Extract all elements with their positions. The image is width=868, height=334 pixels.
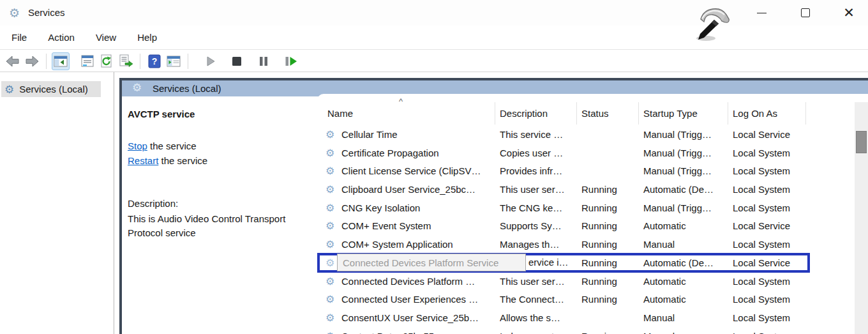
services-panel: ⚙ Services (Local) AVCTP service Stop th…	[119, 78, 868, 334]
table-row[interactable]: ⚙ Certificate Propagation Copies user … …	[317, 144, 855, 163]
column-header-description[interactable]: Description	[500, 102, 548, 125]
column-divider[interactable]	[805, 102, 806, 125]
back-button[interactable]	[4, 52, 22, 70]
service-gear-icon: ⚙	[326, 293, 334, 306]
cell-logon: Local System	[733, 273, 804, 291]
action-pane-icon	[166, 54, 181, 69]
start-service-button[interactable]	[201, 52, 219, 70]
menu-view[interactable]: View	[93, 31, 119, 44]
toolbar-separator	[46, 54, 47, 69]
table-row[interactable]: ⚙ Clipboard User Service_25bc… This user…	[317, 181, 855, 199]
restart-service-button[interactable]	[281, 52, 299, 70]
table-row[interactable]: ⚙ COM+ System Application Manages th… Ru…	[317, 236, 855, 254]
tree-item-label: Services (Local)	[19, 84, 88, 95]
column-header-name[interactable]: Name	[327, 102, 353, 125]
service-gear-icon: ⚙	[326, 128, 334, 141]
minimize-button[interactable]	[747, 0, 776, 26]
cell-startup: Automatic	[643, 217, 726, 236]
cell-logon: Local System	[733, 309, 804, 328]
show-hide-action-pane-button[interactable]	[165, 52, 183, 70]
menu-help[interactable]: Help	[135, 31, 160, 44]
cell-name: Cellular Time	[341, 126, 493, 144]
cell-status	[581, 162, 638, 181]
pause-service-button[interactable]	[255, 52, 273, 70]
service-gear-icon: ⚙	[326, 147, 334, 160]
console-tree-icon	[53, 54, 68, 69]
stop-service-button[interactable]	[228, 52, 246, 70]
table-row[interactable]: ⚙ CNG Key Isolation The CNG ke… Running …	[317, 199, 855, 218]
stop-service-link[interactable]: Stop	[128, 140, 147, 151]
table-row[interactable]: ⚙ Cellular Time This service … Manual (T…	[317, 126, 855, 144]
table-row[interactable]: ⚙ Connected Devices Platform … This user…	[317, 273, 855, 291]
table-row[interactable]: ⚙ Client License Service (ClipSV… Provid…	[317, 162, 855, 181]
service-gear-icon: ⚙	[326, 257, 334, 269]
cell-description: Allows the s…	[500, 309, 580, 328]
column-header-startup[interactable]: Startup Type	[643, 102, 698, 125]
column-divider[interactable]	[728, 102, 728, 125]
services-app-icon: ⚙	[9, 6, 20, 20]
restart-service-rest: the service	[158, 155, 207, 166]
refresh-icon	[99, 54, 114, 69]
cell-startup: Manual	[643, 309, 726, 328]
table-row[interactable]: ⚙ COM+ Event System Supports Sy… Running…	[317, 217, 855, 236]
cell-startup: Manual (Trigg…	[643, 144, 726, 163]
close-icon: ✕	[843, 6, 855, 19]
cell-description: Indexes cont…	[500, 328, 580, 334]
cell-name: Client License Service (ClipSV…	[341, 162, 493, 181]
help-button[interactable]: ?	[146, 52, 163, 70]
cell-name: Contact Data_25bc55	[341, 328, 493, 334]
menu-action[interactable]: Action	[45, 31, 77, 44]
service-gear-icon: ⚙	[326, 165, 334, 178]
cell-logon: Local System	[733, 181, 804, 199]
content-area: ⚙ Services (Local) ⚙ Services (Local) AV…	[0, 72, 868, 334]
cell-status: Running	[581, 273, 638, 291]
table-row[interactable]: ⚙ Connected User Experiences … The Conne…	[317, 291, 855, 309]
cell-status	[581, 126, 638, 144]
scrollbar-thumb[interactable]	[856, 131, 867, 153]
close-button[interactable]: ✕	[834, 0, 864, 26]
properties-button[interactable]	[79, 52, 96, 70]
tree-item-services-local[interactable]: ⚙ Services (Local)	[1, 81, 101, 97]
table-row[interactable]: ⚙ ConsentUX User Service_25b… Allows the…	[317, 309, 855, 328]
table-row[interactable]: ⚙ Contact Data_25bc55 Indexes cont… Runn…	[317, 328, 855, 334]
column-divider[interactable]	[495, 102, 495, 125]
forward-button[interactable]	[23, 52, 41, 70]
maximize-button[interactable]	[791, 0, 820, 26]
cell-logon: Local System	[733, 236, 804, 254]
panel-header-title: Services (Local)	[153, 83, 221, 94]
service-gear-icon: ⚙	[326, 238, 334, 251]
column-divider[interactable]	[638, 102, 639, 125]
panel-header-icon: ⚙	[132, 81, 142, 94]
cell-startup: Manual	[643, 236, 726, 254]
cell-startup: Manual	[643, 328, 726, 334]
cell-name: CNG Key Isolation	[341, 199, 493, 218]
description-text: This is Audio Video Control Transport Pr…	[128, 212, 319, 240]
cell-description: This user ser…	[500, 273, 580, 291]
refresh-button[interactable]	[98, 52, 116, 70]
column-divider[interactable]	[576, 102, 577, 125]
cell-startup: Automatic	[643, 291, 726, 309]
column-header-logon[interactable]: Log On As	[733, 102, 777, 125]
service-gear-icon: ⚙	[326, 202, 334, 215]
cell-logon: Local System	[733, 199, 804, 218]
cell-status	[581, 309, 638, 328]
export-list-button[interactable]	[117, 52, 135, 70]
menu-file[interactable]: File	[9, 31, 29, 44]
service-rows: ⚙ Cellular Time This service … Manual (T…	[317, 126, 855, 334]
restart-service-link[interactable]: Restart	[128, 155, 158, 166]
cell-logon: Local Service	[733, 126, 804, 144]
column-header-status[interactable]: Status	[581, 102, 609, 125]
restart-service-line: Restart the service	[128, 155, 207, 166]
cell-status: Running	[581, 217, 638, 236]
cell-startup: Automatic (De…	[643, 254, 726, 273]
cell-startup: Manual (Trigg…	[643, 199, 726, 218]
vertical-scrollbar[interactable]	[855, 102, 868, 334]
services-list: ^ Name Description Status Startup Type L…	[317, 94, 868, 334]
cell-logon: Local System	[733, 144, 804, 163]
show-hide-console-tree-button[interactable]	[52, 52, 70, 70]
service-gear-icon: ⚙	[326, 183, 334, 196]
cell-startup: Manual (Trigg…	[643, 126, 726, 144]
services-window: ⚙ Services ✕ File Action View Help	[0, 0, 868, 334]
console-tree-pane: ⚙ Services (Local)	[0, 72, 114, 334]
svg-text:?: ?	[152, 56, 158, 66]
